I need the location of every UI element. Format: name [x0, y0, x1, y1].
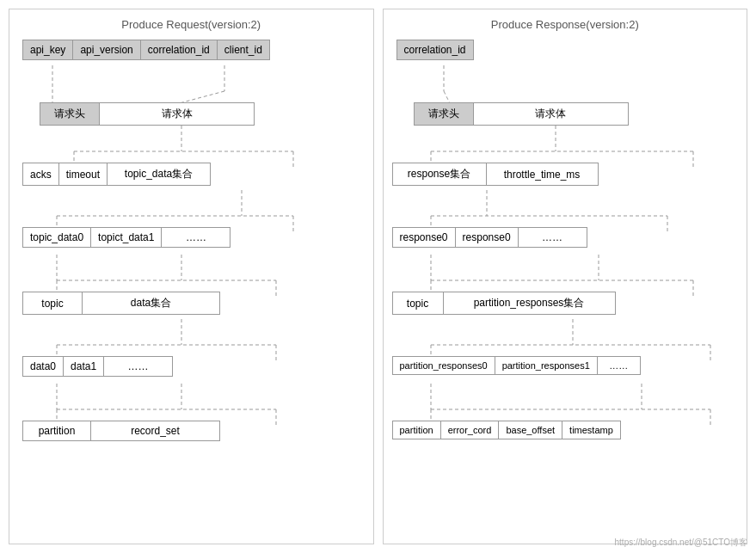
field-error-cord: error_cord: [441, 421, 500, 439]
field-topict-data1: topict_data1: [91, 227, 162, 248]
field-topic: topic: [22, 292, 83, 315]
field-response0-b: response0: [456, 227, 519, 248]
right-request-header-body-row: 请求头 请求体: [414, 102, 629, 126]
right-request-body: 请求体: [474, 102, 629, 126]
field-throttle-time: throttle_time_ms: [487, 163, 599, 186]
field-response0-a: response0: [392, 227, 456, 248]
left-panel: Produce Request(version:2): [9, 9, 374, 544]
right-panel-title: Produce Response(version:2): [392, 18, 739, 31]
field-partition-responses-set: partition_responses集合: [444, 292, 616, 315]
field-api-version: api_version: [73, 40, 140, 60]
field-ellipsis4: ……: [598, 356, 641, 375]
right-field-correlation-id: correlation_id: [396, 40, 474, 60]
topic-data-row: topic data集合: [22, 292, 220, 315]
right-panel: Produce Response(version:2): [383, 9, 748, 544]
field-data1: data1: [64, 356, 104, 377]
topic-data-fields-row: topic_data0 topict_data1 ……: [22, 227, 230, 248]
field-record-set: record_set: [91, 421, 220, 441]
field-base-offset: base_offset: [499, 421, 562, 439]
main-container: Produce Request(version:2): [0, 0, 756, 553]
field-topic-data: topic_data集合: [108, 163, 211, 186]
right-partition-responses-row: partition_responses0 partition_responses…: [392, 356, 641, 375]
field-data0: data0: [22, 356, 64, 377]
field-timestamp: timestamp: [562, 421, 621, 439]
field-partition-responses1: partition_responses1: [495, 356, 598, 375]
right-lines: [384, 9, 747, 544]
watermark: https://blog.csdn.net/@51CTO博客: [615, 537, 747, 549]
right-response-row: response0 response0 ……: [392, 227, 587, 248]
field-acks: acks: [22, 163, 59, 186]
field-client-id: client_id: [218, 40, 270, 60]
right-body-fields-row: response集合 throttle_time_ms: [392, 163, 599, 186]
request-header-body-row: 请求头 请求体: [40, 102, 255, 126]
field-ellipsis2: ……: [104, 356, 173, 377]
field-right-partition: partition: [392, 421, 441, 439]
right-request-head: 请求头: [414, 102, 474, 126]
field-partition: partition: [22, 421, 91, 441]
field-timeout: timeout: [59, 163, 108, 186]
field-topic-data0: topic_data0: [22, 227, 91, 248]
field-ellipsis3: ……: [519, 227, 587, 248]
left-panel-title: Produce Request(version:2): [18, 18, 365, 31]
body-fields-row: acks timeout topic_data集合: [22, 163, 211, 186]
right-topic-row: topic partition_responses集合: [392, 292, 616, 315]
data-row: data0 data1 ……: [22, 356, 173, 377]
field-response-set: response集合: [392, 163, 487, 186]
right-header-fields-row: correlation_id: [396, 40, 474, 60]
partition-row: partition record_set: [22, 421, 220, 441]
field-data-set: data集合: [83, 292, 220, 315]
request-head: 请求头: [40, 102, 100, 126]
request-body: 请求体: [100, 102, 255, 126]
field-partition-responses0: partition_responses0: [392, 356, 495, 375]
field-ellipsis1: ……: [162, 227, 230, 248]
field-api-key: api_key: [22, 40, 73, 60]
right-field-topic: topic: [392, 292, 444, 315]
left-lines: [9, 9, 373, 544]
header-fields-row: api_key api_version correlation_id clien…: [22, 40, 270, 60]
right-last-row: partition error_cord base_offset timesta…: [392, 421, 621, 439]
field-correlation-id: correlation_id: [141, 40, 218, 60]
